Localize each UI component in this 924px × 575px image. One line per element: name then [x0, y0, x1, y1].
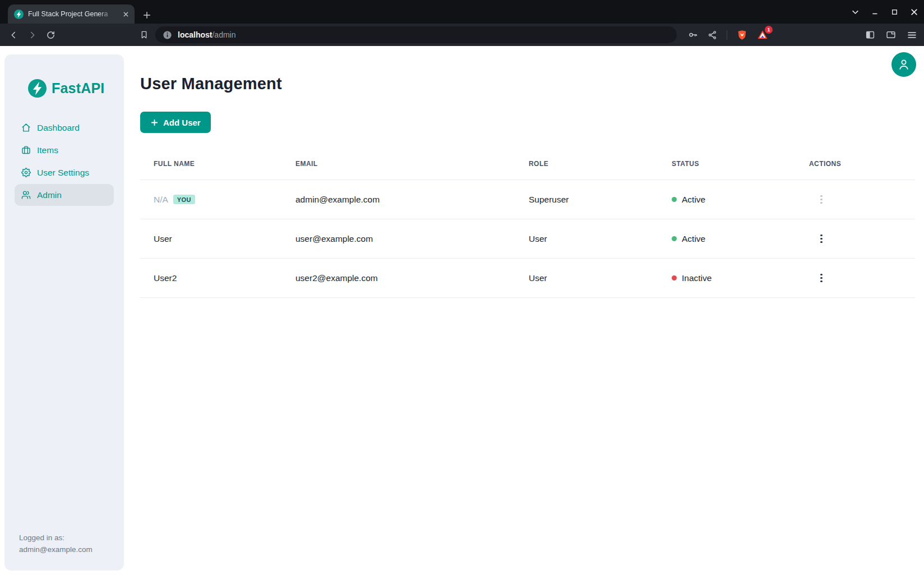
- browser-tab[interactable]: Full Stack Project Genera: [8, 4, 135, 24]
- logged-in-info: Logged in as: admin@example.com: [19, 532, 93, 556]
- back-icon[interactable]: [7, 30, 20, 40]
- table-header-row: FULL NAME EMAIL ROLE STATUS ACTIONS: [140, 148, 915, 180]
- actions-cell: [796, 232, 915, 246]
- fastapi-logo[interactable]: FastAPI: [4, 54, 124, 98]
- actions-cell: [796, 271, 915, 286]
- sidebar-nav: Dashboard Items User Settings Admin: [4, 117, 124, 206]
- full-name-cell: N/A YOU: [140, 195, 282, 205]
- browser-toolbar: localhost/admin 1: [0, 24, 924, 46]
- status-cell: Inactive: [658, 273, 796, 283]
- full-name-cell: User: [140, 234, 282, 244]
- key-icon[interactable]: [688, 30, 698, 40]
- logged-in-label: Logged in as:: [19, 532, 93, 544]
- menu-icon[interactable]: [907, 30, 917, 40]
- full-name-value: N/A: [154, 195, 168, 205]
- browser-window: Full Stack Project Genera: [0, 0, 924, 575]
- status-cell: Active: [658, 234, 796, 244]
- status-value: Active: [682, 234, 705, 244]
- you-badge: YOU: [173, 195, 195, 204]
- url-text: localhost/admin: [178, 30, 236, 40]
- status-value: Active: [682, 195, 705, 205]
- actions-menu-button: [816, 192, 827, 207]
- rewards-count-badge: 1: [765, 26, 773, 34]
- email-cell: user@example.com: [282, 234, 515, 244]
- tab-close-icon[interactable]: [122, 11, 130, 18]
- tab-title: Full Stack Project Genera: [28, 10, 118, 18]
- tab-search-icon[interactable]: [851, 8, 860, 16]
- column-header-status: STATUS: [658, 160, 796, 168]
- sidebar-item-user-settings[interactable]: User Settings: [15, 162, 114, 183]
- url-path: /admin: [212, 30, 235, 39]
- address-bar[interactable]: localhost/admin: [155, 26, 677, 43]
- sidebar: FastAPI Dashboard Items User Settings: [4, 54, 124, 571]
- url-host: localhost: [178, 30, 212, 39]
- email-cell: user2@example.com: [282, 273, 515, 283]
- status-value: Inactive: [682, 273, 712, 283]
- forward-icon[interactable]: [25, 30, 39, 40]
- share-icon[interactable]: [708, 30, 717, 40]
- gear-icon: [21, 168, 31, 177]
- status-dot-active: [672, 236, 677, 241]
- sidebar-item-admin[interactable]: Admin: [15, 184, 114, 206]
- actions-menu-button[interactable]: [816, 271, 827, 286]
- status-dot-inactive: [672, 275, 677, 280]
- sidebar-item-label: Admin: [37, 190, 62, 200]
- role-cell: User: [515, 273, 658, 283]
- table-row: User user@example.com User Active: [140, 219, 915, 259]
- full-name-value: User: [154, 234, 172, 244]
- home-icon: [21, 123, 31, 132]
- add-user-button[interactable]: Add User: [140, 112, 211, 133]
- reading-panel-icon[interactable]: [865, 30, 875, 40]
- sidebar-item-label: Dashboard: [37, 123, 80, 133]
- minimize-icon[interactable]: [871, 8, 879, 16]
- tab-strip: Full Stack Project Genera: [0, 0, 924, 24]
- full-name-cell: User2: [140, 273, 282, 283]
- maximize-icon[interactable]: [891, 8, 898, 16]
- site-info-icon[interactable]: [163, 30, 172, 40]
- actions-cell: [796, 192, 915, 207]
- briefcase-icon: [21, 145, 31, 155]
- table-row: User2 user2@example.com User Inactive: [140, 259, 915, 298]
- brave-shield-icon[interactable]: [737, 30, 747, 40]
- window-controls: [851, 0, 918, 24]
- app-page: FastAPI Dashboard Items User Settings: [0, 46, 924, 575]
- role-cell: User: [515, 234, 658, 244]
- column-header-full-name: FULL NAME: [140, 160, 282, 168]
- sidebar-item-dashboard[interactable]: Dashboard: [15, 117, 114, 139]
- close-icon[interactable]: [910, 8, 918, 16]
- logged-in-email: admin@example.com: [19, 544, 93, 556]
- column-header-actions: ACTIONS: [796, 160, 915, 168]
- toolbar-actions: 1: [688, 29, 768, 40]
- sidebar-item-items[interactable]: Items: [15, 139, 114, 161]
- table-row: N/A YOU admin@example.com Superuser Acti…: [140, 180, 915, 219]
- reload-icon[interactable]: [44, 30, 57, 40]
- full-name-value: User2: [154, 273, 177, 283]
- users-table: FULL NAME EMAIL ROLE STATUS ACTIONS N/A …: [140, 148, 915, 298]
- status-cell: Active: [658, 195, 796, 205]
- column-header-role: ROLE: [515, 160, 658, 168]
- actions-menu-button[interactable]: [816, 232, 827, 246]
- fastapi-favicon-icon: [14, 10, 24, 19]
- toolbar-end-actions: [865, 30, 917, 40]
- column-header-email: EMAIL: [282, 160, 515, 168]
- plus-icon: [150, 118, 159, 127]
- add-user-label: Add User: [163, 118, 201, 127]
- fastapi-bolt-icon: [28, 79, 47, 98]
- bookmark-icon[interactable]: [140, 30, 149, 39]
- new-tab-button[interactable]: [142, 11, 151, 20]
- users-icon: [21, 190, 31, 200]
- wallet-icon[interactable]: [886, 30, 896, 40]
- page-title: User Management: [140, 75, 915, 93]
- main-content: User Management Add User FULL NAME EMAIL…: [140, 46, 915, 298]
- logo-text: FastAPI: [52, 80, 104, 96]
- email-cell: admin@example.com: [282, 195, 515, 205]
- sidebar-item-label: User Settings: [37, 168, 89, 178]
- toolbar-divider: [727, 30, 727, 40]
- sidebar-item-label: Items: [37, 145, 58, 155]
- role-cell: Superuser: [515, 195, 658, 205]
- status-dot-active: [672, 197, 677, 202]
- brave-rewards-icon[interactable]: 1: [757, 29, 768, 40]
